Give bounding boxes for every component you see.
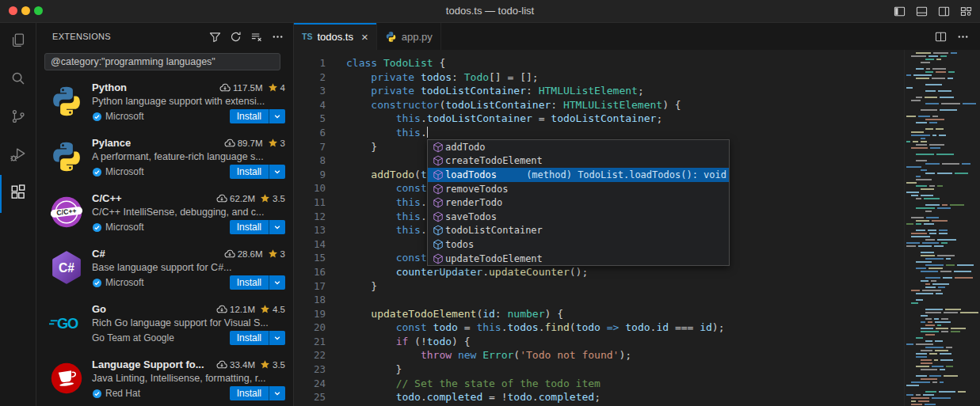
symbol-method-icon [430, 169, 445, 180]
line-number: 7 [294, 140, 326, 154]
maximize-window-button[interactable] [34, 6, 43, 15]
downloads-icon [216, 305, 227, 314]
extensions-search-input[interactable] [44, 53, 280, 70]
extension-list-item[interactable]: GOGo12.1M4.5Rich Go language support for… [36, 298, 293, 354]
download-count: 28.6M [238, 249, 263, 259]
install-dropdown-button[interactable] [269, 220, 285, 234]
activity-bar-item-extensions[interactable] [0, 175, 36, 213]
tab-app.py[interactable]: app.py [377, 23, 441, 50]
rating-value: 3.5 [273, 194, 285, 203]
extension-list-item[interactable]: C#C#28.6M3Base language support for C#..… [36, 243, 293, 298]
line-number: 1 [294, 56, 326, 70]
code-line: 18 [294, 293, 904, 307]
downloads-icon [219, 83, 231, 93]
extension-list-item[interactable]: Language Support fo...33.4M3.5Java Linti… [36, 354, 293, 406]
install-button[interactable]: Install [230, 165, 269, 179]
install-dropdown-button[interactable] [269, 109, 285, 123]
rating-value: 4.5 [273, 305, 285, 314]
install-dropdown-button[interactable] [269, 386, 285, 400]
line-number: 13 [294, 223, 326, 237]
suggest-item-loadTodos[interactable]: loadTodos(method) TodoList.loadTodos(): … [428, 168, 729, 182]
install-button[interactable]: Install [230, 386, 269, 400]
verified-publisher-icon [92, 167, 102, 177]
verified-publisher-icon [92, 222, 102, 233]
rating-value: 3.5 [273, 360, 285, 370]
titlebar: todos.ts — todo-list [0, 0, 980, 23]
suggest-item-updateTodoElement[interactable]: updateTodoElement [428, 252, 729, 266]
install-button[interactable]: Install [230, 331, 269, 345]
activity-bar-item-source-control[interactable] [0, 99, 36, 137]
suggest-item-removeTodos[interactable]: removeTodos [428, 182, 729, 196]
close-window-button[interactable] [9, 6, 17, 15]
suggest-label: createTodoElement [445, 155, 543, 166]
suggest-item-renderTodo[interactable]: renderTodo [428, 195, 729, 210]
install-dropdown-button[interactable] [269, 275, 285, 290]
suggest-item-createTodoElement[interactable]: createTodoElement [428, 154, 729, 169]
downloads-icon [224, 249, 235, 259]
line-number: 22 [294, 348, 326, 362]
rating-star-icon [260, 359, 270, 370]
suggest-item-saveTodos[interactable]: saveTodos [428, 210, 729, 224]
publisher-name: Microsoft [105, 222, 144, 233]
extension-description: C/C++ IntelliSense, debugging, and c... [92, 207, 285, 218]
code-line: 6 this. [294, 126, 904, 140]
search-icon [10, 70, 27, 90]
clear-search-results-icon[interactable] [250, 31, 263, 43]
line-number: 3 [294, 84, 326, 98]
extension-list-item[interactable]: C/C++C/C++62.2M3.5C/C++ IntelliSense, de… [36, 188, 293, 243]
download-count: 89.7M [238, 138, 263, 148]
extension-list-item[interactable]: Pylance89.7M3A performant, feature-rich … [36, 132, 293, 188]
toggle-primary-sidebar-icon[interactable] [894, 6, 906, 17]
extension-name: Language Support fo... [92, 359, 204, 370]
publisher-name: Microsoft [105, 277, 144, 288]
code-line: 22 throw new Error('Todo not found'); [294, 348, 904, 362]
activity-bar-item-search[interactable] [0, 61, 36, 99]
symbol-method-icon [430, 253, 445, 264]
minimap[interactable] [904, 50, 980, 406]
tab-todos.ts[interactable]: TStodos.ts× [294, 23, 377, 50]
extension-name: Pylance [92, 137, 131, 149]
filter-icon[interactable] [209, 31, 221, 43]
extension-list-item[interactable]: Python117.5M4Python language support wit… [36, 77, 293, 132]
suggest-item-todos[interactable]: todos [428, 237, 729, 252]
rating-value: 3 [280, 249, 285, 259]
download-count: 12.1M [230, 305, 255, 314]
intellisense-suggest-widget: addTodocreateTodoElementloadTodos(method… [427, 139, 730, 266]
line-number: 6 [294, 126, 326, 140]
publisher-name: Microsoft [105, 166, 144, 177]
code-line: 20 const todo = this.todos.find(todo => … [294, 321, 904, 335]
split-editor-icon[interactable] [935, 31, 947, 43]
install-button[interactable]: Install [230, 220, 269, 234]
cpp-logo: C/C++ [49, 195, 84, 230]
suggest-item-todoListContainer[interactable]: todoListContainer [428, 224, 729, 238]
vscode-window: todos.ts — todo-list EXTENSIONS Python11… [0, 0, 980, 406]
install-button[interactable]: Install [230, 109, 269, 123]
python-logo [49, 139, 84, 174]
code-line: 4 constructor(todoListContainer: HTMLULi… [294, 98, 904, 112]
more-actions-icon[interactable] [272, 31, 284, 43]
toggle-secondary-sidebar-icon[interactable] [938, 6, 950, 17]
verified-publisher-icon [92, 278, 102, 288]
install-dropdown-button[interactable] [269, 331, 285, 345]
minimize-window-button[interactable] [21, 6, 30, 15]
text-cursor [427, 127, 429, 138]
suggest-item-addTodo[interactable]: addTodo [428, 140, 729, 154]
activity-bar-item-explorer[interactable] [0, 23, 36, 61]
customize-layout-icon[interactable] [960, 6, 972, 17]
java-logo [49, 361, 84, 396]
install-dropdown-button[interactable] [269, 165, 285, 179]
line-number: 9 [294, 168, 326, 182]
download-count: 117.5M [233, 83, 263, 93]
suggest-label: todos [445, 239, 474, 250]
more-actions-icon[interactable] [957, 31, 969, 43]
rating-star-icon [268, 82, 278, 93]
symbol-method-icon [430, 197, 445, 208]
activity-bar-item-run-and-debug[interactable] [0, 137, 36, 175]
toggle-panel-icon[interactable] [916, 6, 928, 17]
refresh-icon[interactable] [230, 31, 242, 43]
close-tab-icon[interactable]: × [361, 31, 368, 43]
code-editor[interactable]: 1class TodoList {2 private todos: Todo[]… [294, 50, 980, 406]
rating-value: 3 [280, 138, 285, 148]
install-button[interactable]: Install [230, 275, 269, 290]
verified-publisher-icon [92, 112, 102, 122]
